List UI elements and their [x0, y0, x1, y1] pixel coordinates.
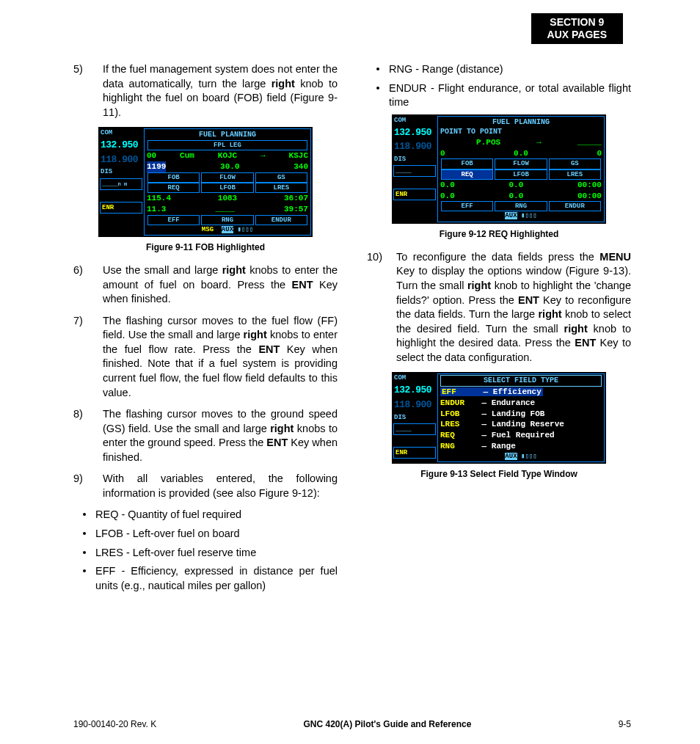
step-8: 8)The flashing cursor moves to the groun…: [73, 407, 338, 464]
page-number: 9-5: [619, 719, 631, 729]
page-footer: 190-00140-20 Rev. K GNC 420(A) Pilot's G…: [73, 719, 631, 729]
step-5: 5) If the fuel management system does no…: [73, 62, 338, 120]
doc-title: GNC 420(A) Pilot's Guide and Reference: [303, 719, 471, 729]
step-6: 6)Use the small and large right knobs to…: [73, 263, 338, 307]
step-7: 7)The flashing cursor moves to the fuel …: [73, 314, 338, 400]
figure-9-12: COM 132.950 118.900 DIS ____ ENR FUEL PL…: [392, 114, 606, 224]
bullet-lres: •LRES - Left-over fuel reserve time: [73, 546, 338, 561]
figure-9-13-caption: Figure 9-13 Select Field Type Window: [367, 468, 631, 480]
figure-9-13: COM 132.950 118.900 DIS ____ ENR SELECT …: [392, 372, 606, 464]
right-column: •RNG - Range (distance) •ENDUR - Flight …: [367, 62, 631, 597]
doc-number: 190-00140-20 Rev. K: [73, 719, 156, 729]
bullet-req: •REQ - Quantity of fuel required: [73, 508, 338, 522]
step-9: 9)With all variables entered, the follow…: [73, 472, 338, 500]
bullet-rng: •RNG - Range (distance): [367, 62, 631, 77]
bullet-eff: •EFF - Efficiency, expressed in distance…: [73, 564, 338, 593]
bullet-endur: •ENDUR - Flight endurance, or total avai…: [367, 81, 631, 110]
section-header: SECTION 9 AUX PAGES: [531, 13, 623, 44]
figure-9-12-caption: Figure 9-12 REQ Highlighted: [367, 228, 631, 240]
bullet-lfob: •LFOB - Left-over fuel on board: [73, 527, 338, 541]
left-column: 5) If the fuel management system does no…: [73, 62, 338, 597]
figure-9-11: COM 132.950 118.900 DIS ____n m ENR FUEL…: [98, 127, 313, 237]
figure-9-11-caption: Figure 9-11 FOB Highlighted: [73, 241, 338, 253]
step-10: 10)To reconfigure the data fields press …: [367, 250, 631, 365]
